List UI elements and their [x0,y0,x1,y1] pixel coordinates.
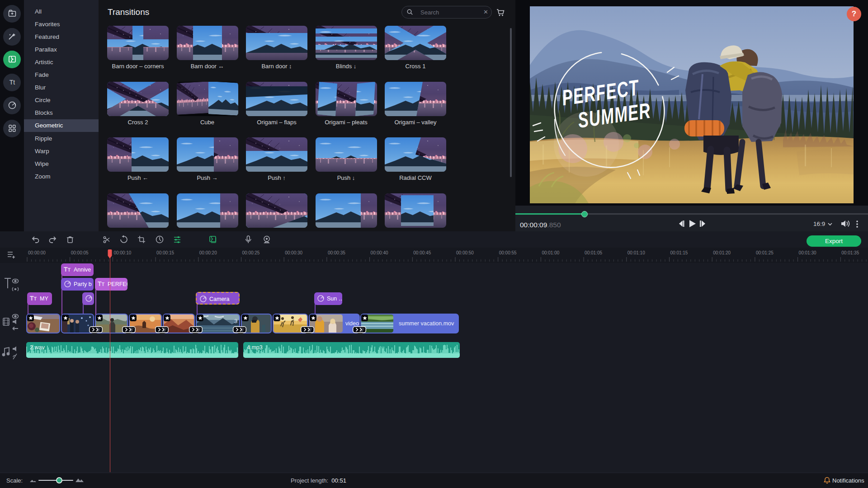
svg-text:00:00:15: 00:00:15 [156,250,174,255]
svg-text:00:00:20: 00:00:20 [199,250,217,255]
svg-text:00:00:45: 00:00:45 [413,250,431,255]
svg-text:00:01:20: 00:01:20 [713,250,731,255]
svg-text:00:01:10: 00:01:10 [627,250,645,255]
svg-text:00:01:30: 00:01:30 [799,250,816,255]
svg-text:00:00:30: 00:00:30 [285,250,302,255]
svg-text:00:01:35: 00:01:35 [841,250,859,255]
svg-text:Tt: Tt [9,79,15,86]
svg-text:00:00:50: 00:00:50 [456,250,474,255]
svg-text:00:00:05: 00:00:05 [71,250,89,255]
svg-text:00:00:55: 00:00:55 [499,250,517,255]
svg-text:00:01:05: 00:01:05 [585,250,602,255]
svg-text:00:01:00: 00:01:00 [542,250,559,255]
svg-text:00:00:40: 00:00:40 [371,250,388,255]
svg-text:00:01:25: 00:01:25 [756,250,774,255]
svg-text:00:01:15: 00:01:15 [670,250,688,255]
svg-text:00:00:35: 00:00:35 [328,250,345,255]
svg-text:00:00:25: 00:00:25 [242,250,260,255]
svg-text:00:00:00: 00:00:00 [28,250,46,255]
svg-text:00:00:10: 00:00:10 [113,250,131,255]
